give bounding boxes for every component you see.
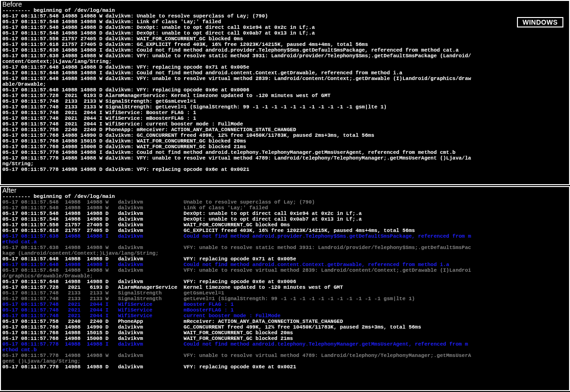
log-line: 05-17 08:11:57.648 14988 14988 D dalvikv…: [2, 64, 568, 70]
before-log: --------- beginning of /dev/log/main05-1…: [1, 8, 569, 172]
log-line: 05-17 08:11:57.548 14988 14988 D dalvikv…: [2, 30, 568, 36]
log-line: 05-17 08:11:57.648 14988 14988 D dalvikv…: [2, 279, 568, 285]
log-line: 05-17 08:11:57.778 14988 14988 I dalvikv…: [2, 341, 568, 347]
log-line: --------- beginning of /dev/log/main: [2, 8, 568, 13]
log-line: 05-17 08:11:57.648 14988 14988 D dalvikv…: [2, 87, 568, 93]
log-line: 05-17 08:11:57.778 14988 14988 I dalvikv…: [2, 150, 568, 155]
log-line: 05-17 08:11:57.748 2133 2133 W SignalStr…: [2, 98, 568, 104]
log-line: 05-17 08:11:57.748 2021 2044 I WifiServi…: [2, 307, 568, 313]
log-line: kage (Landroid/content/Context;)Ljava/la…: [2, 250, 568, 256]
log-line: 05-17 08:11:57.728 2021 6193 D AlarmMana…: [2, 93, 568, 98]
log-line: gent ()Ljava/lang/String;: [2, 358, 568, 364]
log-line: 05-17 08:11:57.758 2240 2240 D PhoneApp …: [2, 319, 568, 324]
log-line: 05-17 08:11:57.748 2021 2044 I WifiServi…: [2, 302, 568, 307]
log-line: 05-17 08:11:57.548 14988 14988 W dalvikv…: [2, 205, 568, 211]
log-line: 05-17 08:11:57.548 14988 14988 D dalvikv…: [2, 211, 568, 216]
log-line: 05-17 08:11:57.638 14988 14988 W dalvikv…: [2, 245, 568, 250]
log-line: content/Context;)Ljava/lang/String;: [2, 59, 568, 64]
log-line: 05-17 08:11:57.768 14988 14990 D dalvikv…: [2, 133, 568, 138]
log-line: 05-17 08:11:57.768 14988 15008 D dalvikv…: [2, 336, 568, 341]
log-line: 05-17 08:11:57.778 14988 14988 D dalvikv…: [2, 364, 568, 370]
log-line: ethod cat.a: [2, 239, 568, 245]
log-line: 05-17 08:11:57.638 14988 14988 I dalvikv…: [2, 47, 568, 53]
log-line: 05-17 08:11:57.778 14988 14988 W dalvikv…: [2, 353, 568, 358]
log-line: 05-17 08:11:57.558 21757 27405 D dalvikv…: [2, 222, 568, 228]
log-line: able/Drawable;: [2, 81, 568, 87]
after-title: After: [1, 187, 569, 194]
log-line: 05-17 08:11:57.758 2240 2240 D PhoneApp:…: [2, 127, 568, 133]
log-line: 05-17 08:11:57.548 14988 14988 W dalvikv…: [2, 13, 568, 19]
log-line: 05-17 08:11:57.778 14988 14988 W dalvikv…: [2, 155, 568, 161]
log-line: --------- beginning of /dev/log/main: [2, 194, 568, 199]
log-line: 05-17 08:11:57.548 14988 14988 W dalvikv…: [2, 199, 568, 205]
log-line: 05-17 08:11:57.648 14988 14988 D dalvikv…: [2, 256, 568, 262]
after-panel: After --------- beginning of /dev/log/ma…: [0, 186, 570, 391]
log-line: 05-17 08:11:57.768 14988 15015 D dalvikv…: [2, 330, 568, 336]
log-line: 05-17 08:11:57.548 14988 14988 W dalvikv…: [2, 19, 568, 25]
log-line: ethod cmt.b: [2, 347, 568, 353]
log-line: 05-17 08:11:57.768 14988 15015 D dalvikv…: [2, 138, 568, 144]
log-line: 05-17 08:11:57.638 14988 14988 I dalvikv…: [2, 233, 568, 239]
log-line: 05-17 08:11:57.548 14988 14988 D dalvikv…: [2, 216, 568, 222]
log-line: 05-17 08:11:57.748 2021 2044 I WifiServi…: [2, 313, 568, 319]
log-line: 05-17 08:11:57.618 21757 27405 D dalvikv…: [2, 42, 568, 47]
log-line: 05-17 08:11:57.748 2021 2044 I WifiServi…: [2, 116, 568, 121]
log-line: 05-17 08:11:57.768 14988 15008 D dalvikv…: [2, 144, 568, 150]
log-line: 05-17 08:11:57.558 21757 27405 D dalvikv…: [2, 36, 568, 42]
log-line: 05-17 08:11:57.748 2021 2044 I WifiServi…: [2, 121, 568, 127]
log-line: 05-17 08:11:57.638 14988 14988 W dalvikv…: [2, 53, 568, 59]
log-line: 05-17 08:11:57.618 21757 27405 D dalvikv…: [2, 228, 568, 233]
log-line: 05-17 08:11:57.748 2021 2044 I WifiServi…: [2, 110, 568, 116]
windows-badge: WINDOWS: [517, 17, 563, 27]
log-line: 05-17 08:11:57.648 14988 14988 I dalvikv…: [2, 70, 568, 76]
after-log: --------- beginning of /dev/log/main05-1…: [1, 194, 569, 370]
log-line: 05-17 08:11:57.748 2133 2133 W SignalStr…: [2, 104, 568, 110]
log-line: 05-17 08:11:57.548 14988 14988 D dalvikv…: [2, 25, 568, 30]
log-line: ng/String;: [2, 161, 568, 167]
log-line: 05-17 08:11:57.748 2133 2133 W SignalStr…: [2, 296, 568, 302]
log-line: 05-17 08:11:57.768 14988 14990 D dalvikv…: [2, 324, 568, 330]
log-line: 05-17 08:11:57.648 14988 14988 W dalvikv…: [2, 267, 568, 273]
log-line: 05-17 08:11:57.648 14988 14988 I dalvikv…: [2, 262, 568, 267]
log-line: 05-17 08:11:57.748 2133 2133 W SignalStr…: [2, 290, 568, 296]
log-line: 05-17 08:11:57.648 14988 14988 W dalvikv…: [2, 76, 568, 81]
log-line: 05-17 08:11:57.778 14988 14988 D dalvikv…: [2, 167, 568, 172]
before-panel: Before WINDOWS --------- beginning of /d…: [0, 0, 570, 185]
log-line: d/graphics/drawable/Drawable;: [2, 273, 568, 279]
log-line: 05-17 08:11:57.728 2021 6193 D AlarmMana…: [2, 285, 568, 290]
before-title: Before: [1, 1, 569, 8]
